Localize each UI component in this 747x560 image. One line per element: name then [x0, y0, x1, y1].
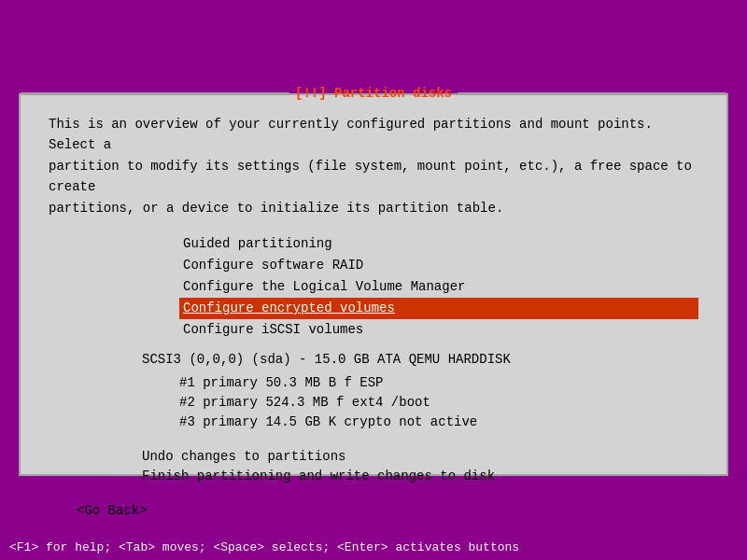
disk-header: SCSI3 (0,0,0) (sda) - 15.0 GB ATA QEMU H…: [142, 350, 698, 370]
go-back-button[interactable]: <Go Back>: [77, 503, 148, 518]
menu-item-encrypted[interactable]: Configure encrypted volumes: [179, 298, 698, 319]
partitions-container: #1 primary 50.3 MB B f ESP #2 primary 52…: [142, 373, 698, 432]
menu-item-iscsi[interactable]: Configure iSCSI volumes: [179, 319, 698, 341]
status-bar: <F1> for help; <Tab> moves; <Space> sele…: [0, 534, 747, 560]
dialog-title-bar: [!!] Partition disks: [21, 84, 726, 103]
go-back-section: <Go Back>: [77, 501, 698, 521]
action-finish[interactable]: Finish partitioning and write changes to…: [142, 467, 698, 486]
partition-row[interactable]: #2 primary 524.3 MB f ext4 /boot: [179, 393, 698, 413]
title-border-right: [458, 92, 726, 94]
description-line2: partition to modify its settings (file s…: [49, 156, 698, 198]
menu-item-guided[interactable]: Guided partitioning: [179, 233, 698, 255]
menu-item-lvm[interactable]: Configure the Logical Volume Manager: [179, 276, 698, 298]
disk-section: SCSI3 (0,0,0) (sda) - 15.0 GB ATA QEMU H…: [142, 350, 698, 432]
menu-list: Guided partitioningConfigure software RA…: [179, 233, 698, 341]
status-text: <F1> for help; <Tab> moves; <Space> sele…: [9, 540, 519, 554]
partition-row[interactable]: #3 primary 14.5 GB K crypto not active: [179, 413, 698, 432]
menu-item-raid[interactable]: Configure software RAID: [179, 255, 698, 276]
partition-row[interactable]: #1 primary 50.3 MB B f ESP: [179, 373, 698, 393]
partition-dialog: [!!] Partition disks This is an overview…: [19, 93, 728, 476]
description-line1: This is an overview of your currently co…: [49, 114, 698, 156]
actions-section: Undo changes to partitions Finish partit…: [142, 447, 698, 486]
action-undo[interactable]: Undo changes to partitions: [142, 447, 698, 467]
title-border-left: [21, 92, 289, 94]
description-line3: partitions, or a device to initialize it…: [49, 198, 698, 218]
description: This is an overview of your currently co…: [49, 114, 698, 218]
dialog-content: This is an overview of your currently co…: [21, 95, 726, 539]
dialog-title: [!!] Partition disks: [295, 86, 452, 101]
